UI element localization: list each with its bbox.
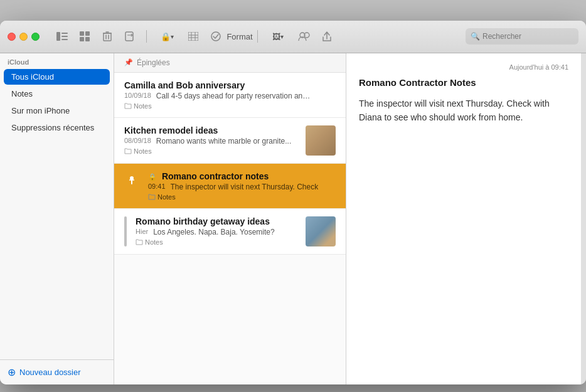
note-folder: Notes [124, 102, 336, 110]
minimize-button[interactable] [19, 33, 28, 41]
svg-rect-1 [61, 33, 68, 34]
svg-rect-2 [61, 36, 68, 37]
fullscreen-button[interactable] [31, 33, 40, 41]
svg-rect-8 [104, 33, 111, 41]
pin-button[interactable] [124, 171, 139, 189]
new-folder-button[interactable]: ⊕ Nouveau dossier [0, 359, 114, 384]
drag-indicator [124, 216, 127, 246]
lock-indicator: 🔒 [148, 173, 157, 181]
sidebar-section-icloud: iCloud [0, 53, 114, 68]
note-title: Romano birthday getaway ideas [136, 216, 299, 226]
detail-date: Aujourd'hui à 09:41 [359, 63, 568, 71]
detail-title: Romano Contractor Notes [359, 77, 568, 88]
note-item-romano-contractor[interactable]: 🔒 Romano contractor notes 09:41 The insp… [114, 164, 346, 209]
svg-point-22 [211, 32, 220, 41]
app-window: 🔒▾ Format 🖼▾ [0, 21, 586, 384]
svg-rect-4 [80, 31, 84, 36]
note-title: Camilla and Bob anniversary [124, 80, 336, 90]
main-content: iCloud Tous iCloud Notes Sur mon iPhone … [0, 53, 586, 384]
sidebar-item-notes[interactable]: Notes [4, 86, 110, 102]
notes-list-header-label: Épinglées [137, 58, 170, 67]
svg-rect-7 [85, 37, 90, 41]
note-thumbnail [306, 216, 336, 246]
sidebar-item-suppressions-recentes[interactable]: Suppressions récentes [4, 120, 110, 135]
svg-rect-6 [80, 37, 84, 41]
note-item-romano-birthday[interactable]: Romano birthday getaway ideas Hier Los A… [114, 209, 346, 255]
notes-list-header: 📌 Épinglées [114, 53, 346, 73]
svg-rect-0 [56, 32, 60, 41]
svg-rect-5 [85, 31, 90, 36]
delete-button[interactable] [97, 28, 117, 45]
sidebar-item-tous-icloud[interactable]: Tous iCloud [4, 69, 110, 85]
note-folder: Notes [136, 238, 299, 246]
checklist-button[interactable] [206, 28, 226, 45]
note-item-camilla-bob[interactable]: Camilla and Bob anniversary 10/09/18 Cal… [114, 73, 346, 118]
note-item-kitchen-remodel[interactable]: Kitchen remodel ideas 08/09/18 Romano wa… [114, 118, 346, 164]
note-title: 🔒 Romano contractor notes [148, 171, 336, 181]
media-button[interactable]: 🖼▾ [264, 28, 292, 45]
pin-icon: 📌 [124, 58, 133, 66]
sidebar-spacer [0, 136, 114, 359]
sidebar-toggle-button[interactable] [52, 28, 72, 45]
note-folder: Notes [148, 193, 336, 201]
format-button[interactable]: Format [228, 28, 251, 45]
lock-button[interactable]: 🔒▾ [153, 28, 181, 45]
search-input[interactable] [482, 32, 573, 41]
format-label: Format [226, 32, 252, 41]
svg-rect-17 [188, 32, 198, 41]
search-box[interactable]: 🔍 [466, 28, 578, 45]
search-icon: 🔍 [471, 32, 480, 41]
detail-body[interactable]: The inspector will visit next Thursday. … [359, 97, 568, 125]
note-title: Kitchen remodel ideas [124, 125, 299, 135]
svg-rect-3 [61, 39, 68, 40]
table-button[interactable] [183, 28, 203, 45]
notes-list: 📌 Épinglées Camilla and Bob anniversary … [114, 53, 346, 384]
plus-icon: ⊕ [8, 366, 16, 378]
note-detail: Aujourd'hui à 09:41 Romano Contractor No… [346, 53, 581, 384]
collab-button[interactable] [294, 28, 314, 45]
scrollbar[interactable] [581, 53, 586, 384]
traffic-lights [8, 33, 40, 41]
toolbar: 🔒▾ Format 🖼▾ [0, 21, 586, 53]
new-note-button[interactable] [120, 28, 140, 45]
separator-2 [257, 30, 258, 43]
gallery-view-button[interactable] [75, 28, 95, 45]
share-button[interactable] [317, 28, 337, 45]
sidebar-item-sur-mon-iphone[interactable]: Sur mon iPhone [4, 103, 110, 119]
close-button[interactable] [8, 33, 16, 41]
sidebar: iCloud Tous iCloud Notes Sur mon iPhone … [0, 53, 114, 384]
note-thumbnail [306, 125, 336, 156]
note-folder: Notes [124, 147, 299, 155]
separator-1 [146, 30, 147, 43]
svg-rect-13 [125, 32, 133, 41]
